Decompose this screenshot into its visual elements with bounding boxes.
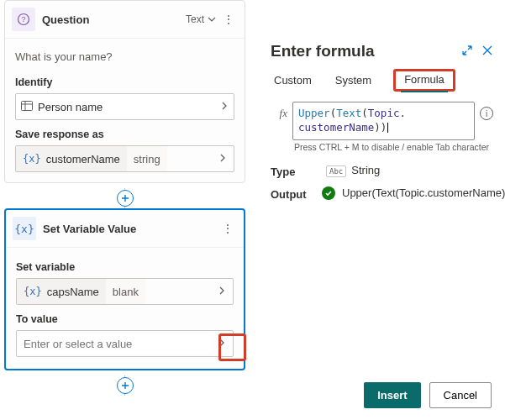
setvar-variable-name: capsName <box>47 286 99 298</box>
tab-system[interactable]: System <box>334 69 373 92</box>
fx-label: fx <box>271 102 287 120</box>
identify-value: Person name <box>38 101 103 113</box>
node-connector <box>4 188 245 208</box>
save-as-label: Save response as <box>15 129 234 140</box>
output-value: Upper(Text(Topic.customerName)) <box>342 186 493 199</box>
success-check-icon <box>322 186 335 200</box>
add-node-button[interactable] <box>117 190 134 207</box>
expand-icon[interactable] <box>461 45 473 59</box>
chevron-right-icon <box>211 286 233 298</box>
save-as-variable[interactable]: {x} customerName string <box>15 145 234 172</box>
chevron-right-icon <box>212 153 234 165</box>
type-label: Type <box>271 164 326 178</box>
question-type-selector[interactable]: Text <box>186 13 216 25</box>
variable-node-icon: {x} <box>13 217 36 240</box>
setvar-title: Set Variable Value <box>43 223 218 235</box>
question-icon: ? <box>12 8 35 31</box>
cancel-button[interactable]: Cancel <box>429 382 492 408</box>
question-prompt[interactable]: What is your name? <box>15 45 234 71</box>
svg-text:?: ? <box>21 15 25 24</box>
tab-formula[interactable]: Formula <box>401 68 448 92</box>
add-node-button[interactable] <box>117 377 134 394</box>
info-icon[interactable]: i <box>480 107 493 120</box>
to-value-expand-button[interactable] <box>211 338 233 350</box>
set-variable-node: {x} Set Variable Value ⋮ Set variable {x… <box>4 208 245 370</box>
identify-picker[interactable]: Person name <box>15 93 234 120</box>
annotation-highlight: Formula <box>393 69 455 92</box>
identify-label: Identify <box>15 76 234 88</box>
formula-tabs: Custom System Formula <box>271 69 493 92</box>
panel-title: Enter formula <box>271 42 461 60</box>
question-more-button[interactable]: ⋮ <box>219 13 238 26</box>
formula-input[interactable]: Upper(Text(Topic.customerName)) <box>292 102 475 140</box>
formula-panel: Enter formula Custom System Formula fx U… <box>259 0 505 420</box>
svg-rect-2 <box>22 101 33 110</box>
node-connector <box>4 375 245 396</box>
variable-type: string <box>127 146 167 171</box>
close-icon[interactable] <box>481 45 493 59</box>
to-value-field[interactable] <box>17 334 211 354</box>
variable-icon: {x} <box>24 286 42 297</box>
question-title: Question <box>42 13 186 26</box>
setvar-variable-type: blank <box>106 279 145 304</box>
entity-icon <box>21 101 33 113</box>
set-variable-picker[interactable]: {x} capsName blank <box>16 278 234 305</box>
variable-name: customerName <box>46 153 120 165</box>
to-value-label: To value <box>16 313 234 325</box>
type-badge-icon: Abc <box>326 165 346 177</box>
chevron-right-icon <box>220 101 229 113</box>
formula-hint: Press CTRL + M to disable / enable Tab c… <box>294 142 493 152</box>
variable-icon: {x} <box>23 153 41 165</box>
insert-button[interactable]: Insert <box>364 382 420 408</box>
output-label: Output <box>271 186 322 201</box>
setvar-more-button[interactable]: ⋮ <box>218 222 237 235</box>
question-node: ? Question Text ⋮ What is your name? Ide… <box>4 0 245 183</box>
chevron-down-icon <box>208 15 216 24</box>
type-value: String <box>351 164 380 176</box>
to-value-input[interactable] <box>16 330 234 357</box>
tab-custom[interactable]: Custom <box>272 69 313 92</box>
set-variable-label: Set variable <box>16 261 234 273</box>
